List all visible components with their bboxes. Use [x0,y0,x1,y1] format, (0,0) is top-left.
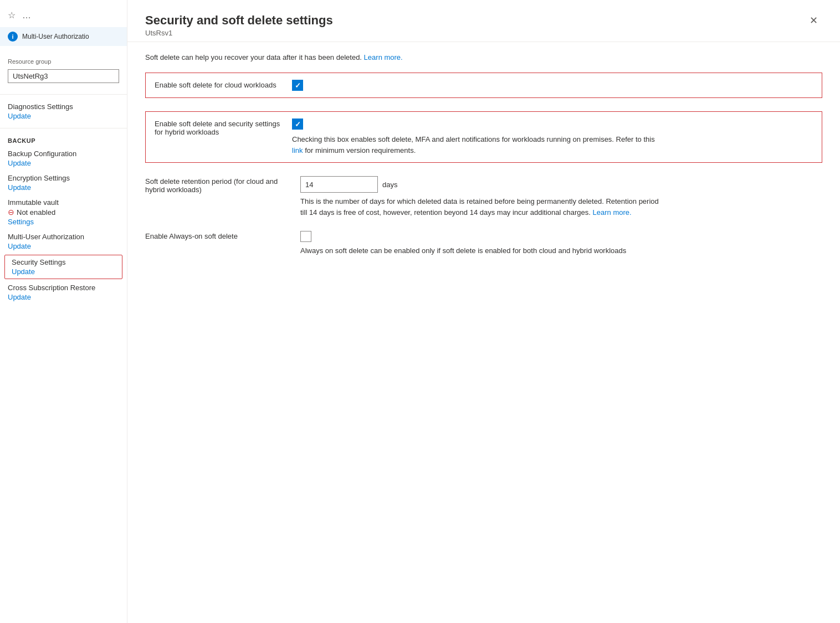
panel-title: Security and soft delete settings [145,13,333,28]
retention-description: This is the number of days for which del… [300,196,666,218]
retention-period-control: days This is the number of days for whic… [300,176,822,218]
info-banner-text: Multi-User Authorizatio [22,33,89,40]
cross-sub-title: Cross Subscription Restore [8,284,119,292]
backup-section-header: BACKUP [0,133,127,146]
main-panel: Security and soft delete settings UtsRsv… [127,0,840,623]
sidebar-item-immutable: Immutable vault ⊖ Not enabled Settings [0,195,127,229]
immutable-status-text: Not enabled [17,208,55,217]
cloud-workloads-checkbox[interactable]: ✓ [292,80,303,91]
learn-more-link[interactable]: Learn more. [364,53,403,61]
diagnostics-title: Diagnostics Settings [8,102,119,111]
not-enabled-icon: ⊖ [8,208,14,217]
security-settings-link[interactable]: Update [12,267,35,276]
encryption-title: Encryption Settings [8,174,119,182]
backup-config-link[interactable]: Update [8,159,31,167]
encryption-link[interactable]: Update [8,183,31,192]
cloud-workloads-label: Enable soft delete for cloud workloads [155,80,292,89]
mua-link[interactable]: Update [8,242,31,250]
immutable-status: ⊖ Not enabled [8,208,119,217]
sidebar-item-encryption: Encryption Settings Update [0,171,127,195]
cloud-workloads-checkmark: ✓ [295,82,301,89]
retention-days-input[interactable] [300,176,378,193]
close-button[interactable]: ✕ [805,13,822,28]
hybrid-workloads-label: Enable soft delete and security settings… [155,119,292,136]
star-icon[interactable]: ☆ [8,10,16,20]
divider-2 [0,128,127,128]
days-input-row: days [300,176,822,193]
sidebar-top-icons: ☆ … [0,6,127,27]
sidebar-item-cross-sub: Cross Subscription Restore Update [0,280,127,305]
days-label: days [382,181,397,189]
retention-period-row: Soft delete retention period (for cloud … [145,176,822,218]
cloud-workloads-control: ✓ [292,80,813,91]
info-banner[interactable]: i Multi-User Authorizatio [0,27,127,46]
hybrid-workloads-checkbox[interactable]: ✓ [292,119,303,130]
immutable-settings-link[interactable]: Settings [8,218,34,226]
mua-title: Multi-User Authorization [8,233,119,241]
always-on-control-row [300,231,822,242]
sidebar-item-security-settings[interactable]: Security Settings Update [4,255,122,279]
resource-group-input[interactable] [8,69,119,83]
immutable-title: Immutable vault [8,198,119,207]
panel-header: Security and soft delete settings UtsRsv… [127,0,840,42]
cloud-workloads-section: Enable soft delete for cloud workloads ✓ [145,73,822,98]
hybrid-link[interactable]: link [292,146,303,155]
always-on-checkbox[interactable] [300,231,311,242]
sidebar-item-diagnostics: Diagnostics Settings Update [0,99,127,123]
always-on-description: Always on soft delete can be enabled onl… [300,245,666,256]
cross-sub-link[interactable]: Update [8,293,31,301]
security-settings-title: Security Settings [12,258,115,266]
info-icon: i [8,32,18,42]
retention-learn-more-link[interactable]: Learn more. [593,208,632,217]
description-text: Soft delete can help you recover your da… [145,53,362,61]
resource-group-label: Resource group [0,53,127,67]
sidebar-item-mua: Multi-User Authorization Update [0,229,127,254]
panel-subtitle: UtsRsv1 [145,29,333,37]
panel-header-text: Security and soft delete settings UtsRsv… [145,13,333,37]
divider-1 [0,94,127,95]
diagnostics-update-link[interactable]: Update [8,112,31,120]
always-on-row: Enable Always-on soft delete Always on s… [145,231,822,256]
more-icon[interactable]: … [22,11,31,20]
hybrid-workloads-section: Enable soft delete and security settings… [145,111,822,163]
hybrid-workloads-checkmark: ✓ [295,121,301,128]
always-on-label: Enable Always-on soft delete [145,231,300,240]
panel-body: Soft delete can help you recover your da… [127,42,840,623]
sidebar: ☆ … i Multi-User Authorizatio Resource g… [0,0,127,623]
hybrid-workloads-control: ✓ Checking this box enables soft delete,… [292,119,813,156]
backup-config-title: Backup Configuration [8,150,119,158]
hybrid-workloads-description: Checking this box enables soft delete, M… [292,134,658,156]
sidebar-item-backup-config: Backup Configuration Update [0,146,127,171]
always-on-control: Always on soft delete can be enabled onl… [300,231,822,256]
panel-description: Soft delete can help you recover your da… [145,53,822,61]
retention-period-label: Soft delete retention period (for cloud … [145,176,300,194]
